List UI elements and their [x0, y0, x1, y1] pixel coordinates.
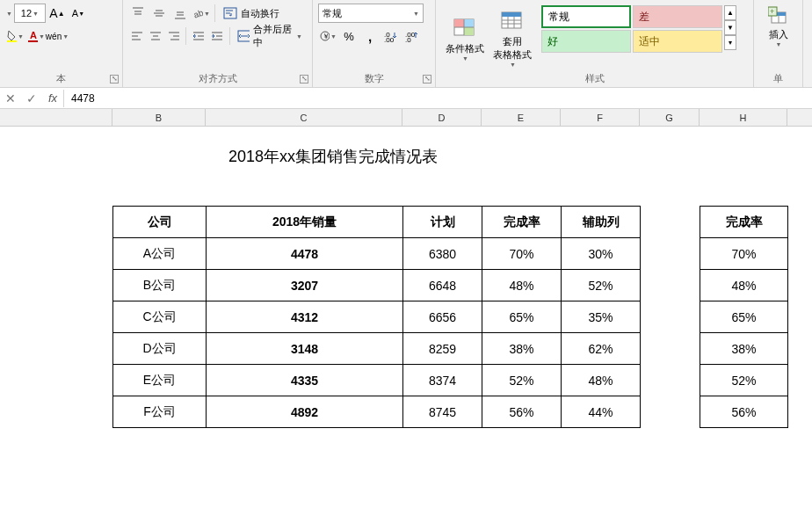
side-cell[interactable]: 56%	[700, 396, 788, 428]
side-cell[interactable]: 52%	[700, 365, 788, 396]
gallery-down-icon[interactable]: ▼	[724, 20, 736, 35]
enter-icon[interactable]: ✓	[21, 88, 42, 109]
cell-rate[interactable]: 38%	[482, 333, 562, 365]
orientation-icon[interactable]: ab▼	[192, 4, 211, 23]
number-dialog-launcher-icon[interactable]: ⤡	[423, 75, 431, 84]
align-top-icon[interactable]	[128, 4, 148, 23]
align-middle-icon[interactable]	[149, 4, 169, 23]
cell-plan[interactable]: 8259	[403, 333, 482, 365]
increase-indent-icon[interactable]	[208, 26, 225, 46]
header-rate[interactable]: 完成率	[482, 207, 562, 238]
cell-rate[interactable]: 70%	[482, 238, 562, 270]
cell-sales[interactable]: 3207	[207, 270, 403, 301]
header-plan[interactable]: 计划	[403, 207, 482, 238]
cell-company[interactable]: C公司	[113, 301, 207, 333]
comma-icon[interactable]: ,	[360, 26, 380, 46]
insert-icon: +	[768, 5, 789, 26]
svg-text:￥: ￥	[323, 33, 330, 40]
align-left-icon[interactable]	[128, 26, 145, 46]
header-aux[interactable]: 辅助列	[562, 207, 641, 238]
cell-style-neutral[interactable]: 适中	[633, 30, 722, 53]
side-table: 完成率 70% 48% 65% 38% 52% 56%	[700, 206, 788, 428]
increase-font-icon[interactable]: A▲	[47, 4, 67, 23]
cell-company[interactable]: E公司	[113, 365, 207, 396]
decrease-font-icon[interactable]: A▼	[69, 4, 88, 23]
col-header-g[interactable]: G	[640, 109, 700, 126]
percent-icon[interactable]: %	[339, 26, 359, 46]
svg-rect-0	[7, 40, 17, 42]
cell-sales[interactable]: 3148	[207, 333, 403, 365]
col-header-f[interactable]: F	[561, 109, 640, 126]
cell-style-normal[interactable]: 常规	[541, 5, 631, 28]
align-bottom-icon[interactable]	[170, 4, 190, 23]
font-size-input[interactable]: 12▼	[14, 4, 46, 23]
formula-input[interactable]: 4478	[64, 92, 812, 105]
alignment-dialog-launcher-icon[interactable]: ⤡	[300, 75, 308, 84]
cell-aux[interactable]: 62%	[562, 333, 641, 365]
align-center-icon[interactable]	[147, 26, 163, 46]
side-header[interactable]: 完成率	[700, 207, 788, 238]
side-cell[interactable]: 70%	[700, 238, 788, 270]
cell-company[interactable]: D公司	[113, 333, 207, 365]
cell-plan[interactable]: 8745	[403, 396, 482, 428]
increase-decimal-icon[interactable]: .0.00	[381, 26, 401, 46]
cell-style-good[interactable]: 好	[541, 30, 631, 53]
header-company[interactable]: 公司	[113, 207, 207, 238]
cell-rate[interactable]: 65%	[482, 301, 562, 333]
cell-plan[interactable]: 6380	[403, 238, 482, 270]
phonetic-icon[interactable]: wén▼	[47, 26, 67, 46]
cell-company[interactable]: B公司	[113, 270, 207, 301]
cell-aux[interactable]: 35%	[562, 301, 641, 333]
header-sales[interactable]: 2018年销量	[207, 207, 403, 238]
cell-rate[interactable]: 48%	[482, 270, 562, 301]
col-header-c[interactable]: C	[206, 109, 402, 126]
col-header-d[interactable]: D	[402, 109, 482, 126]
col-header-a[interactable]	[0, 109, 112, 126]
cell-style-bad[interactable]: 差	[633, 5, 722, 28]
col-header-h[interactable]: H	[700, 109, 787, 126]
format-table-button[interactable]: 套用 表格格式▼	[489, 4, 536, 71]
merge-center-button[interactable]: 合并后居中▼	[233, 26, 307, 46]
font-dropdown-icon[interactable]: ▼	[6, 11, 12, 17]
cell-plan[interactable]: 8374	[403, 365, 482, 396]
cell-sales[interactable]: 4478	[207, 238, 403, 270]
col-header-b[interactable]: B	[112, 109, 206, 126]
svg-rect-2	[28, 40, 38, 42]
ribbon: ▼ 12▼ A▲ A▼ ▼ A▼ wén▼ 本 ⤡ ab▼ 自动换行	[0, 0, 812, 88]
cell-rate[interactable]: 52%	[482, 365, 562, 396]
font-dialog-launcher-icon[interactable]: ⤡	[110, 75, 119, 84]
fill-color-icon[interactable]: ▼	[5, 26, 25, 46]
align-right-icon[interactable]	[165, 26, 182, 46]
side-cell[interactable]: 48%	[700, 270, 788, 301]
conditional-format-button[interactable]: 条件格式▼	[441, 4, 489, 71]
svg-text:.0: .0	[405, 36, 411, 42]
cell-aux[interactable]: 44%	[562, 396, 641, 428]
insert-button[interactable]: + 插入▼	[759, 4, 798, 47]
cell-plan[interactable]: 6648	[403, 270, 482, 301]
font-color-icon[interactable]: A▼	[26, 26, 46, 46]
cell-sales[interactable]: 4312	[207, 301, 403, 333]
side-cell[interactable]: 38%	[700, 333, 788, 365]
cell-company[interactable]: A公司	[113, 238, 207, 270]
wrap-text-button[interactable]: 自动换行	[219, 4, 284, 23]
cancel-icon[interactable]: ✕	[0, 88, 21, 109]
cell-rate[interactable]: 56%	[482, 396, 562, 428]
col-header-e[interactable]: E	[482, 109, 561, 126]
gallery-more-icon[interactable]: ▾	[724, 35, 736, 50]
gallery-up-icon[interactable]: ▲	[724, 5, 736, 20]
cell-sales[interactable]: 4892	[207, 396, 403, 428]
cell-sales[interactable]: 4335	[207, 365, 403, 396]
cell-company[interactable]: F公司	[113, 396, 207, 428]
cell-aux[interactable]: 52%	[562, 270, 641, 301]
accounting-format-icon[interactable]: ￥▼	[318, 26, 337, 46]
sheet-area[interactable]: 2018年xx集团销售完成情况表 公司 2018年销量 计划 完成率 辅助列 A…	[0, 127, 812, 523]
side-cell[interactable]: 65%	[700, 301, 788, 333]
decrease-decimal-icon[interactable]: .00.0	[402, 26, 422, 46]
number-format-combo[interactable]: 常规▼	[318, 4, 424, 23]
fx-icon[interactable]: fx	[42, 88, 63, 109]
cell-aux[interactable]: 48%	[562, 365, 641, 396]
cell-plan[interactable]: 6656	[403, 301, 482, 333]
decrease-indent-icon[interactable]	[190, 26, 207, 46]
table-row: A公司4478638070%30%	[113, 238, 641, 270]
cell-aux[interactable]: 30%	[562, 238, 641, 270]
